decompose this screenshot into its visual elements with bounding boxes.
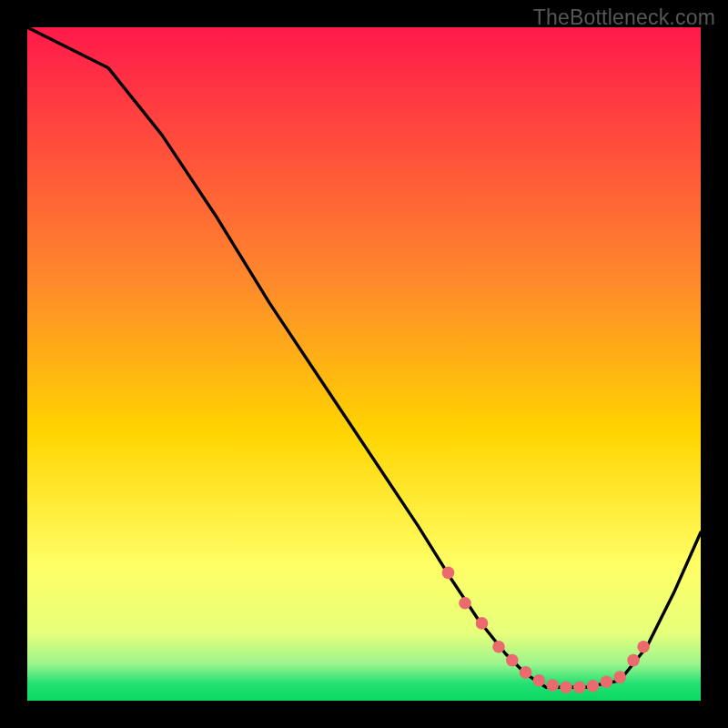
marker-dot (637, 641, 650, 653)
marker-dot (601, 675, 613, 688)
marker-dot (459, 597, 471, 610)
marker-dot (533, 674, 546, 687)
marker-dot (506, 654, 519, 667)
chart-stage: TheBottleneck.com (0, 0, 728, 728)
marker-dot (560, 681, 572, 693)
marker-dot (442, 567, 455, 580)
marker-dot (492, 641, 505, 653)
plot-svg (27, 27, 701, 701)
marker-dot (587, 680, 600, 693)
plot-panel (27, 27, 701, 701)
marker-dot (573, 681, 586, 693)
marker-dot (476, 617, 489, 630)
gradient-background (27, 27, 701, 701)
marker-dot (613, 671, 626, 683)
marker-dot (627, 654, 640, 667)
marker-dot (546, 679, 559, 692)
watermark-text: TheBottleneck.com (533, 5, 715, 30)
marker-dot (520, 666, 532, 679)
